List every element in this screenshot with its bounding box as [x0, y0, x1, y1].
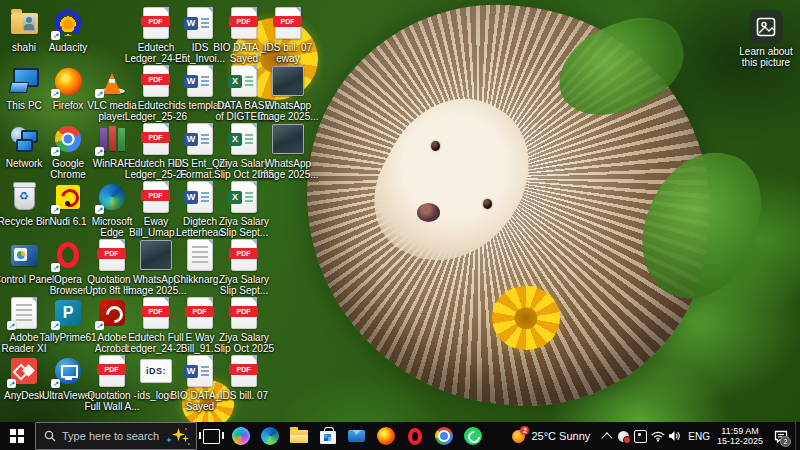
user-folder-icon: [11, 13, 38, 34]
desktop-icon-recycle-bin[interactable]: Recycle Bin: [2, 180, 46, 238]
excel-file-icon: X: [231, 65, 257, 97]
start-button[interactable]: [0, 422, 34, 450]
word-file-icon: W: [187, 355, 213, 387]
store-icon: [320, 431, 336, 444]
windows-logo-icon: [10, 429, 16, 435]
mail-icon: [348, 430, 365, 442]
desktop-icon-ziya-salary-slip-sept-pdf[interactable]: PDF Ziya Salary Slip Sept...: [222, 238, 266, 296]
tray-app-icon: [618, 431, 629, 442]
clock-date: 15-12-2025: [717, 436, 763, 446]
chrome-taskbar-button[interactable]: [431, 423, 456, 449]
show-desktop-button[interactable]: [795, 422, 800, 450]
desktop-icon-bio-data-sayed-doc[interactable]: W BIO DATA_... Sayed: [178, 354, 222, 412]
task-view-icon: [203, 429, 220, 444]
copilot-icon: [232, 427, 250, 445]
network-tray-button[interactable]: [649, 422, 666, 450]
opera-icon: [57, 242, 79, 268]
desktop-icon-whatsapp-image-2[interactable]: WhatsApp Image 2025...: [266, 122, 310, 180]
firefox-taskbar-button[interactable]: [373, 423, 398, 449]
pdf-file-icon: PDF: [143, 123, 169, 155]
desktop-empty-cell: [266, 296, 310, 354]
shortcut-arrow-icon: [51, 321, 60, 330]
opera-icon: [408, 428, 422, 445]
desktop-icon-whatsapp-image-1[interactable]: WhatsApp Image 2025...: [266, 64, 310, 122]
desktop-icon-this-pc[interactable]: This PC: [2, 64, 46, 122]
control-panel-icon: [11, 245, 38, 266]
shortcut-arrow-icon: [51, 263, 60, 272]
tray-app-notification[interactable]: [615, 422, 632, 450]
taskbar-search-box[interactable]: Type here to search: [35, 422, 197, 450]
chevron-up-icon: [601, 432, 612, 443]
search-highlights-icon[interactable]: [166, 427, 190, 445]
desktop-icon-ziya-salary-slip-oct-pdf[interactable]: PDF Ziya Salary Slip Oct 2025: [222, 296, 266, 354]
spotlight-learn-about-picture[interactable]: Learn about this picture: [718, 10, 800, 68]
edge-taskbar-button[interactable]: [257, 423, 282, 449]
desktop-icon-adobe-reader[interactable]: Adobe Reader XI: [2, 296, 46, 354]
weather-widget[interactable]: 2 25°C Sunny: [512, 430, 590, 443]
shortcut-arrow-icon: [95, 147, 104, 156]
clock-time: 11:59 AM: [717, 426, 763, 436]
picture-icon: [749, 10, 783, 44]
pdf-file-icon: PDF: [231, 7, 257, 39]
shortcut-arrow-icon: [51, 147, 60, 156]
shortcut-arrow-icon: [95, 89, 104, 98]
shortcut-arrow-icon: [95, 205, 104, 214]
yellow-flower: [492, 286, 560, 350]
recycle-bin-icon: [14, 184, 35, 210]
ids-logo-icon: iDS:: [140, 359, 172, 383]
image-thumbnail-icon: [272, 124, 304, 154]
task-view-button[interactable]: [199, 423, 224, 449]
hedgehog-right-eye: [483, 199, 492, 209]
file-explorer-button[interactable]: [286, 423, 311, 449]
volume-icon: [668, 430, 681, 442]
pdf-file-icon: PDF: [99, 355, 125, 387]
word-file-icon: W: [187, 7, 213, 39]
microsoft-store-button[interactable]: [315, 423, 340, 449]
firefox-icon: [377, 427, 395, 445]
desktop-icon-quotation-full-wall[interactable]: PDF Quotation - Full Wall A...: [90, 354, 134, 412]
tray-expand-button[interactable]: [598, 422, 615, 450]
weather-badge: 2: [520, 426, 529, 435]
system-tray: 2 25°C Sunny ENG 11:59 AM 15-12-2025 2: [512, 422, 800, 450]
taskbar: Type here to search 2 25°C Sunny ENG 11:…: [0, 422, 800, 450]
desktop-icon-shahi[interactable]: shahi: [2, 6, 46, 64]
network-icon: [10, 126, 38, 152]
desktop-icon-whatsapp-image-3[interactable]: WhatsApp Image 2025...: [134, 238, 178, 296]
desktop-icon-edutech-ledger-25-26[interactable]: PDF Edutech Ledger_25-26: [134, 64, 178, 122]
pdf-file-icon: PDF: [143, 181, 169, 213]
desktop-icon-ziya-salary-slip-sept-xls[interactable]: X Ziya Salary Slip Sept...: [222, 180, 266, 238]
chrome-icon: [435, 427, 453, 445]
volume-tray-button[interactable]: [666, 422, 683, 450]
search-placeholder: Type here to search: [62, 430, 159, 442]
mail-button[interactable]: [344, 423, 369, 449]
pdf-file-icon: PDF: [143, 65, 169, 97]
desktop-icon-ids-bill-07[interactable]: PDF IDS bill. 07: [222, 354, 266, 412]
desktop-icon-google-chrome[interactable]: Google Chrome: [46, 122, 90, 180]
excel-file-icon: X: [231, 181, 257, 213]
shortcut-arrow-icon: [51, 205, 60, 214]
search-icon: [44, 430, 56, 442]
taskbar-clock[interactable]: 11:59 AM 15-12-2025: [717, 426, 763, 446]
desktop-empty-cell: [266, 354, 310, 412]
weather-text: 25°C Sunny: [531, 430, 590, 442]
desktop-icon-anydesk[interactable]: AnyDesk: [2, 354, 46, 412]
language-indicator[interactable]: ENG: [688, 431, 710, 442]
opera-taskbar-button[interactable]: [402, 423, 427, 449]
copilot-button[interactable]: [228, 423, 253, 449]
this-pc-icon: [10, 68, 38, 94]
word-file-icon: W: [187, 123, 213, 155]
desktop-icon-audacity[interactable]: Audacity: [46, 6, 90, 64]
file-explorer-icon: [290, 430, 308, 443]
wifi-icon: [651, 431, 665, 442]
whatsapp-taskbar-button[interactable]: [460, 423, 485, 449]
desktop-icon-ids-bill-07-eway[interactable]: PDF IDS bill. 07 eway: [266, 6, 310, 64]
action-center-button[interactable]: 2: [771, 422, 791, 450]
tray-device-button[interactable]: [632, 422, 649, 450]
shortcut-arrow-icon: [7, 379, 16, 388]
shortcut-arrow-icon: [51, 89, 60, 98]
shortcut-arrow-icon: [51, 379, 60, 388]
pdf-file-icon: PDF: [187, 297, 213, 329]
word-file-icon: W: [187, 181, 213, 213]
desktop-empty-cell: [266, 180, 310, 238]
sun-weather-icon: 2: [512, 430, 525, 443]
